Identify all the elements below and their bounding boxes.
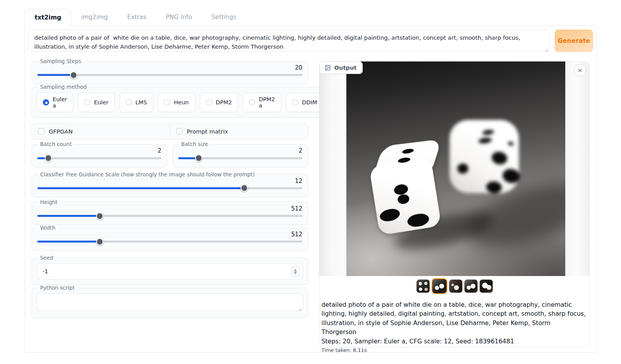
cfg-scale-value: 12 bbox=[37, 178, 302, 185]
sampler-option-label: DPM2 a bbox=[259, 96, 275, 109]
python-script-wrap bbox=[37, 293, 303, 313]
batch-row: Batch count 2 Batch size 2 bbox=[32, 141, 308, 167]
radio-icon bbox=[206, 99, 212, 106]
height-label: Height bbox=[38, 199, 60, 205]
tab-png-info[interactable]: PNG Info bbox=[156, 9, 202, 25]
sampler-option-euler-a[interactable]: Euler a bbox=[37, 93, 73, 112]
checkbox-icon bbox=[176, 128, 183, 135]
tab-txt2img[interactable]: txt2img bbox=[25, 9, 71, 26]
python-script-group: Python script bbox=[32, 285, 308, 318]
output-panel: Output × bbox=[319, 61, 590, 348]
sampler-option-label: DDIM bbox=[302, 99, 317, 106]
image-blur-edge bbox=[319, 62, 346, 276]
post-processing-row: GFPGAN Prompt matrix bbox=[32, 123, 308, 139]
batch-size-slider[interactable] bbox=[178, 157, 302, 159]
tab-extras[interactable]: Extras bbox=[118, 9, 156, 25]
content-frame: detailed photo of a pair of white die on… bbox=[25, 26, 597, 353]
prompt-matrix-checkbox[interactable]: Prompt matrix bbox=[170, 124, 308, 139]
seed-input[interactable] bbox=[37, 263, 303, 280]
sampling-steps-slider[interactable] bbox=[37, 74, 302, 76]
main-columns: Sampling Steps 20 Sampling method Euler … bbox=[28, 58, 593, 348]
output-tag: Output bbox=[319, 62, 363, 74]
width-group: Width 512 bbox=[32, 225, 308, 251]
sampler-option-label: Euler a bbox=[53, 96, 67, 109]
die-right bbox=[450, 120, 524, 198]
height-slider[interactable] bbox=[37, 215, 302, 217]
sampler-option-lms[interactable]: LMS bbox=[120, 93, 153, 112]
radio-icon bbox=[164, 99, 170, 106]
sampler-option-label: DPM2 bbox=[216, 99, 232, 106]
radio-icon bbox=[126, 99, 132, 106]
gallery-thumb[interactable] bbox=[464, 280, 478, 293]
gfpgan-checkbox[interactable]: GFPGAN bbox=[32, 124, 170, 139]
slider-knob[interactable] bbox=[45, 155, 52, 162]
output-column: Output × bbox=[319, 58, 590, 348]
app-window: txt2img img2img Extras PNG Info Settings… bbox=[25, 8, 597, 353]
caption-time: Time taken: 8.11s bbox=[321, 347, 586, 353]
batch-size-value: 2 bbox=[178, 148, 302, 154]
sampler-option-dpm2[interactable]: DPM2 bbox=[200, 93, 238, 112]
slider-knob[interactable] bbox=[195, 155, 202, 162]
sampling-steps-group: Sampling Steps 20 bbox=[32, 58, 308, 84]
sampler-option-dpm2-a[interactable]: DPM2 a bbox=[243, 93, 281, 112]
prompt-input[interactable]: detailed photo of a pair of white die on… bbox=[28, 30, 550, 52]
generated-image[interactable] bbox=[346, 62, 565, 276]
slider-knob[interactable] bbox=[96, 212, 103, 220]
sampler-option-euler[interactable]: Euler bbox=[78, 93, 115, 112]
tab-img2img[interactable]: img2img bbox=[71, 9, 117, 25]
sampling-steps-value: 20 bbox=[37, 65, 302, 71]
slider-knob[interactable] bbox=[96, 238, 103, 245]
slider-fill bbox=[37, 187, 244, 189]
seed-wrap: ▲▼ bbox=[37, 263, 303, 280]
sampler-option-label: Heun bbox=[174, 99, 189, 106]
slider-knob[interactable] bbox=[70, 71, 78, 79]
gallery-thumb[interactable] bbox=[432, 278, 447, 294]
gallery-thumb[interactable] bbox=[449, 280, 462, 293]
python-script-input[interactable] bbox=[37, 293, 303, 311]
pip bbox=[457, 164, 468, 174]
tab-settings[interactable]: Settings bbox=[202, 9, 246, 25]
sampling-method-label: Sampling method bbox=[38, 84, 89, 90]
sampler-option-heun[interactable]: Heun bbox=[158, 93, 195, 112]
radio-icon bbox=[249, 99, 255, 106]
generate-button[interactable]: Generate bbox=[555, 30, 593, 52]
width-label: Width bbox=[38, 225, 58, 231]
gallery-thumb[interactable] bbox=[416, 280, 430, 293]
image-stage bbox=[319, 62, 589, 276]
die-left bbox=[371, 140, 444, 235]
gallery-thumb[interactable] bbox=[480, 280, 493, 293]
caption-prompt: detailed photo of a pair of white die on… bbox=[321, 300, 586, 337]
batch-count-group: Batch count 2 bbox=[32, 141, 167, 167]
caption-params: Steps: 20, Sampler: Euler a, CFG scale: … bbox=[321, 337, 586, 346]
image-blur-edge bbox=[565, 62, 589, 276]
seed-group: Seed ▲▼ bbox=[32, 255, 308, 285]
slider-fill bbox=[37, 241, 100, 243]
width-slider[interactable] bbox=[37, 241, 302, 243]
cfg-scale-label: Classifier Free Guidance Scale (how stro… bbox=[38, 171, 257, 178]
prompt-matrix-label: Prompt matrix bbox=[187, 128, 228, 135]
width-value: 512 bbox=[37, 231, 302, 238]
close-icon[interactable]: × bbox=[575, 65, 585, 75]
radio-icon bbox=[43, 99, 49, 106]
prompt-row: detailed photo of a pair of white die on… bbox=[28, 30, 593, 53]
batch-count-value: 2 bbox=[37, 148, 161, 154]
sampler-options: Euler a Euler LMS Heun DPM2 DPM2 a DDIM … bbox=[37, 93, 365, 112]
batch-size-label: Batch size bbox=[179, 141, 210, 147]
radio-icon bbox=[292, 99, 298, 106]
batch-count-slider[interactable] bbox=[37, 157, 161, 159]
sampler-option-ddim[interactable]: DDIM bbox=[286, 93, 323, 112]
seed-stepper[interactable]: ▲▼ bbox=[291, 266, 300, 277]
tab-bar: txt2img img2img Extras PNG Info Settings bbox=[25, 8, 597, 26]
cfg-scale-slider[interactable] bbox=[37, 187, 302, 189]
seed-label: Seed bbox=[38, 255, 56, 261]
checkbox-icon bbox=[38, 128, 44, 135]
slider-knob[interactable] bbox=[241, 185, 248, 192]
cfg-scale-group: Classifier Free Guidance Scale (how stro… bbox=[32, 171, 308, 197]
prompt-wrap: detailed photo of a pair of white die on… bbox=[28, 30, 550, 53]
height-value: 512 bbox=[37, 206, 302, 212]
batch-count-label: Batch count bbox=[38, 141, 74, 147]
sampler-option-label: Euler bbox=[94, 99, 108, 106]
slider-fill bbox=[37, 215, 100, 217]
generation-info: detailed photo of a pair of white die on… bbox=[319, 294, 589, 353]
output-label: Output bbox=[334, 65, 356, 71]
